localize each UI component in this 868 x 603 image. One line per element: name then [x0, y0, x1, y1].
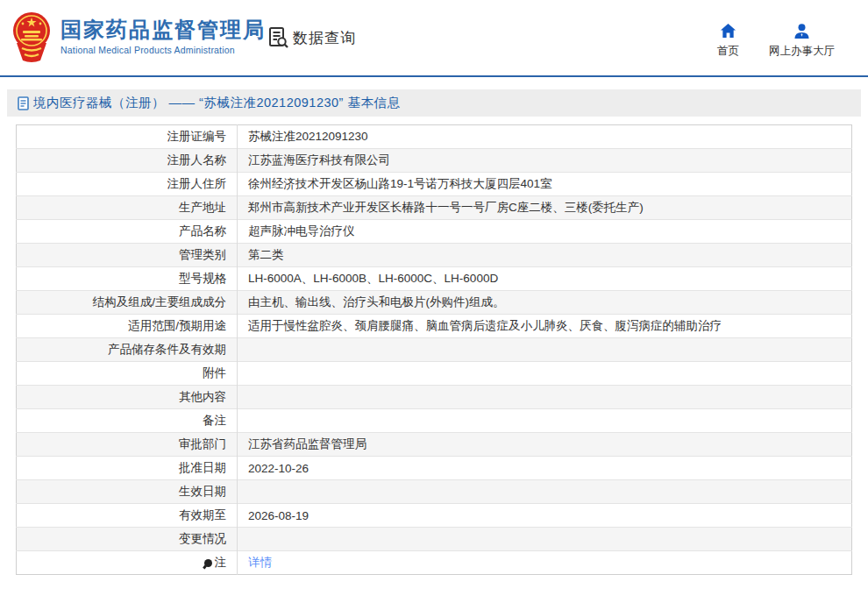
- row-label: 其他内容: [17, 386, 238, 409]
- row-value: 由主机、输出线、治疗头和电极片(外购件)组成。: [238, 291, 852, 315]
- info-table-body: 注册证编号苏械注准20212091230注册人名称江苏蓝海医疗科技有限公司注册人…: [17, 125, 852, 575]
- row-label: 注册人名称: [17, 149, 238, 173]
- registration-info-table: 注册证编号苏械注准20212091230注册人名称江苏蓝海医疗科技有限公司注册人…: [16, 124, 852, 575]
- org-name-en: National Medical Products Administration: [60, 45, 266, 55]
- row-label: 生效日期: [17, 480, 238, 504]
- table-row: 生效日期: [17, 480, 852, 504]
- table-row: 注册人名称江苏蓝海医疗科技有限公司: [17, 149, 852, 173]
- row-value: 郑州市高新技术产业开发区长椿路十一号一号厂房C座二楼、三楼(委托生产): [238, 196, 852, 220]
- row-value: [238, 386, 852, 409]
- site-logo[interactable]: 国家药品监督管理局 National Medical Products Admi…: [13, 11, 266, 62]
- row-value: 适用于慢性盆腔炎、颈肩腰腿痛、脑血管病后遗症及小儿肺炎、厌食、腹泻病症的辅助治疗: [238, 315, 852, 338]
- table-row: 其他内容: [17, 386, 852, 409]
- page-title: 境内医疗器械（注册） —— “苏械注准20212091230” 基本信息: [33, 95, 400, 111]
- row-label: 生产地址: [17, 196, 238, 220]
- row-label: 注册人住所: [17, 173, 238, 196]
- table-row: 产品名称超声脉冲电导治疗仪: [17, 220, 852, 244]
- document-search-icon: [268, 26, 289, 49]
- row-label: 产品储存条件及有效期: [17, 338, 238, 362]
- row-value: 超声脉冲电导治疗仪: [238, 220, 852, 244]
- table-row: 注册证编号苏械注准20212091230: [17, 125, 852, 149]
- table-row: 注册人住所徐州经济技术开发区杨山路19-1号诺万科技大厦四层401室: [17, 173, 852, 196]
- top-nav: 首页 网上办事大厅: [717, 23, 835, 59]
- home-icon: [720, 23, 736, 39]
- table-row: 注详情: [17, 551, 852, 575]
- row-label: 审批部门: [17, 433, 238, 457]
- row-value: LH-6000A、LH-6000B、LH-6000C、LH-6000D: [238, 267, 852, 291]
- national-emblem-icon: [13, 11, 50, 62]
- table-row: 产品储存条件及有效期: [17, 338, 852, 362]
- row-label: 型号规格: [17, 267, 238, 291]
- row-value: 详情: [238, 551, 852, 575]
- nav-service-hall-label: 网上办事大厅: [769, 44, 835, 59]
- row-label: 注: [17, 551, 238, 575]
- table-row: 适用范围/预期用途适用于慢性盆腔炎、颈肩腰腿痛、脑血管病后遗症及小儿肺炎、厌食、…: [17, 315, 852, 338]
- user-icon: [793, 23, 810, 39]
- row-value: [238, 338, 852, 362]
- table-row: 管理类别第二类: [17, 244, 852, 267]
- data-query-label: 数据查询: [293, 28, 356, 48]
- row-value: 江苏省药品监督管理局: [238, 433, 852, 457]
- table-row: 结构及组成/主要组成成分由主机、输出线、治疗头和电极片(外购件)组成。: [17, 291, 852, 315]
- table-row: 批准日期2022-10-26: [17, 457, 852, 480]
- nav-home-label: 首页: [717, 44, 739, 59]
- row-label: 注册证编号: [17, 125, 238, 149]
- org-name-block: 国家药品监督管理局 National Medical Products Admi…: [60, 18, 266, 55]
- nav-item-service-hall[interactable]: 网上办事大厅: [769, 23, 835, 59]
- note-icon: [204, 559, 212, 567]
- table-row: 变更情况: [17, 528, 852, 551]
- page-title-bar: 境内医疗器械（注册） —— “苏械注准20212091230” 基本信息: [7, 89, 861, 117]
- site-header: 国家药品监督管理局 National Medical Products Admi…: [0, 0, 868, 77]
- table-row: 审批部门江苏省药品监督管理局: [17, 433, 852, 457]
- row-label: 适用范围/预期用途: [17, 315, 238, 338]
- nav-item-home[interactable]: 首页: [717, 23, 739, 59]
- row-value: 江苏蓝海医疗科技有限公司: [238, 149, 852, 173]
- row-label: 备注: [17, 409, 238, 433]
- row-label: 有效期至: [17, 504, 238, 528]
- row-value: 第二类: [238, 244, 852, 267]
- row-value: 2026-08-19: [238, 504, 852, 528]
- table-row: 型号规格LH-6000A、LH-6000B、LH-6000C、LH-6000D: [17, 267, 852, 291]
- row-label: 附件: [17, 362, 238, 386]
- row-label: 变更情况: [17, 528, 238, 551]
- row-value: [238, 528, 852, 551]
- table-row: 附件: [17, 362, 852, 386]
- table-row: 有效期至2026-08-19: [17, 504, 852, 528]
- data-query-section[interactable]: 数据查询: [268, 26, 356, 49]
- row-value: [238, 480, 852, 504]
- row-label: 管理类别: [17, 244, 238, 267]
- document-icon: [18, 96, 29, 110]
- row-value: 徐州经济技术开发区杨山路19-1号诺万科技大厦四层401室: [238, 173, 852, 196]
- row-value: [238, 362, 852, 386]
- details-link[interactable]: 详情: [248, 556, 272, 569]
- row-value: 苏械注准20212091230: [238, 125, 852, 149]
- row-label: 产品名称: [17, 220, 238, 244]
- table-row: 备注: [17, 409, 852, 433]
- row-value: [238, 409, 852, 433]
- row-label: 批准日期: [17, 457, 238, 480]
- org-name-cn: 国家药品监督管理局: [60, 18, 266, 41]
- table-row: 生产地址郑州市高新技术产业开发区长椿路十一号一号厂房C座二楼、三楼(委托生产): [17, 196, 852, 220]
- row-value: 2022-10-26: [238, 457, 852, 480]
- row-label: 结构及组成/主要组成成分: [17, 291, 238, 315]
